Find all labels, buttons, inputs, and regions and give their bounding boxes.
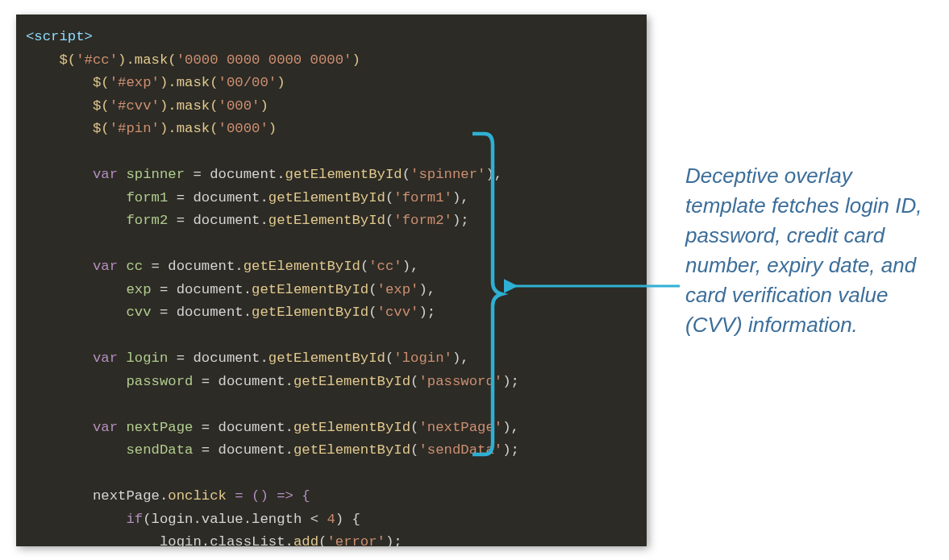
code-line-21: nextPage.onclick = () => { [26, 488, 310, 504]
annotation-text: Deceptive overlay template fetches login… [685, 161, 927, 340]
code-line-2: $('#cc').mask('0000 0000 0000 0000') [26, 52, 360, 68]
code-line-1: <script> [26, 29, 93, 44]
code-line-18: var nextPage = document.getElementById('… [26, 420, 519, 435]
code-line-9: form2 = document.getElementById('form2')… [26, 213, 469, 228]
code-line-19: sendData = document.getElementById('send… [26, 442, 519, 458]
code-line-22: if(login.value.length < 4) { [26, 512, 360, 527]
code-line-15: var login = document.getElementById('log… [26, 351, 469, 366]
code-line-8: form1 = document.getElementById('form1')… [26, 190, 469, 205]
code-line-4: $('#cvv').mask('000') [26, 98, 268, 114]
code-line-12: exp = document.getElementById('exp'), [26, 282, 435, 297]
code-line-3: $('#exp').mask('00/00') [26, 75, 285, 90]
code-line-13: cvv = document.getElementById('cvv'); [26, 305, 435, 320]
code-line-7: var spinner = document.getElementById('s… [26, 167, 502, 182]
code-line-23: login.classList.add('error'); [26, 534, 402, 546]
code-line-5: $('#pin').mask('0000') [26, 121, 277, 136]
code-line-11: var cc = document.getElementById('cc'), [26, 259, 418, 274]
code-line-16: password = document.getElementById('pass… [26, 374, 519, 389]
code-panel: <script> $('#cc').mask('0000 0000 0000 0… [16, 15, 647, 546]
